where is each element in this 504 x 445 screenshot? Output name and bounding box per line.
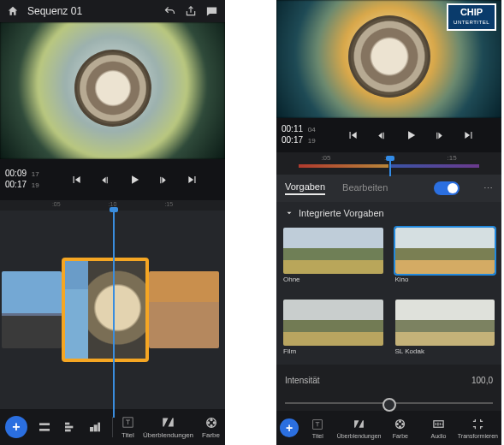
ruler-tick: :15: [448, 154, 457, 162]
transport-bar: 00:09 17 00:17 19: [0, 159, 225, 200]
titel-label: Titel: [312, 433, 323, 439]
transform-button[interactable]: Transformieren: [458, 418, 498, 439]
farbe-label: Farbe: [202, 431, 220, 439]
svg-point-16: [400, 421, 401, 423]
add-button[interactable]: +: [280, 418, 299, 437]
audio-label: Audio: [430, 433, 446, 439]
skip-start-icon[interactable]: [69, 173, 83, 187]
timecode-current: 00:11: [282, 124, 303, 134]
timecode-current: 00:09: [5, 169, 27, 178]
svg-rect-3: [65, 426, 73, 429]
titel-button[interactable]: Titel: [122, 416, 134, 439]
preset-slkodak[interactable]: SL Kodak: [395, 300, 495, 365]
skip-start-icon[interactable]: [346, 128, 359, 142]
preset-thumb: [395, 228, 495, 274]
step-fwd-icon[interactable]: [433, 128, 447, 142]
audio-icon: [432, 418, 445, 431]
uberblendungen-label: Überblendungen: [143, 431, 193, 439]
step-back-icon[interactable]: [375, 128, 388, 142]
layout-b-icon[interactable]: [62, 420, 79, 434]
preset-ohne[interactable]: Ohne: [283, 228, 383, 293]
preset-kino[interactable]: Kino: [395, 228, 495, 293]
timecode-frames-tot: 19: [305, 137, 316, 145]
svg-rect-5: [90, 427, 93, 431]
svg-point-11: [213, 422, 215, 424]
slider-knob[interactable]: [382, 398, 396, 412]
tabs: Vorgaben Bearbeiten ⋯: [276, 175, 501, 202]
intensity-value: 100,0: [471, 376, 493, 385]
chip-badge: CHIP UNTERTITEL: [447, 3, 496, 31]
transform-icon: [471, 418, 484, 431]
ruler-tick: :15: [164, 201, 173, 207]
play-icon[interactable]: [127, 173, 141, 187]
clip-span: [389, 164, 479, 168]
section-header[interactable]: Integrierte Vorgaben: [276, 202, 501, 224]
timecode-total: 00:17: [282, 135, 303, 145]
intensity-label: Intensität: [285, 376, 320, 385]
preview-planet: [74, 50, 151, 127]
color-icon: [205, 416, 218, 430]
section-title: Integrierte Vorgaben: [299, 208, 384, 218]
intensity-slider[interactable]: [285, 402, 493, 404]
svg-rect-6: [94, 424, 98, 431]
preview-player[interactable]: CHIP UNTERTITEL: [276, 0, 501, 118]
skip-end-icon[interactable]: [186, 173, 199, 187]
timecode: 00:09 17 00:17 19: [5, 169, 43, 191]
home-icon[interactable]: [7, 5, 19, 17]
clip[interactable]: [149, 271, 219, 348]
ruler[interactable]: :05 :10 :15: [276, 152, 501, 175]
uberblendungen-button[interactable]: Überblendungen: [143, 416, 193, 439]
titel-button[interactable]: Titel: [299, 418, 337, 439]
screen-right: CHIP UNTERTITEL 00:11 04 00:17 19 :05 :1…: [276, 0, 501, 445]
skip-end-icon[interactable]: [462, 128, 476, 142]
timecode-frames-cur: 17: [29, 170, 39, 178]
preset-label: Kino: [395, 276, 495, 283]
playhead[interactable]: [389, 161, 391, 176]
tab-edit[interactable]: Bearbeiten: [342, 182, 388, 194]
timecode-frames-tot: 19: [29, 181, 39, 189]
play-icon[interactable]: [404, 128, 418, 142]
svg-rect-2: [65, 423, 69, 425]
preset-label: Ohne: [283, 276, 383, 283]
chip-sub: UNTERTITEL: [454, 17, 489, 27]
layout-a-icon[interactable]: [36, 420, 53, 434]
comment-icon[interactable]: [205, 5, 218, 18]
preset-film[interactable]: Film: [283, 300, 383, 365]
step-back-icon[interactable]: [98, 173, 112, 187]
svg-rect-7: [98, 423, 101, 432]
layout-c-icon[interactable]: [86, 420, 104, 434]
farbe-label: Farbe: [393, 433, 408, 439]
more-icon[interactable]: ⋯: [483, 183, 493, 194]
farbe-button[interactable]: Farbe: [381, 418, 419, 439]
tab-presets[interactable]: Vorgaben: [285, 181, 325, 195]
farbe-button[interactable]: Farbe: [202, 416, 220, 439]
title-icon: [122, 416, 134, 430]
step-fwd-icon[interactable]: [157, 173, 170, 187]
clip[interactable]: [2, 271, 62, 348]
ruler-tick: :05: [52, 201, 61, 207]
timeline[interactable]: [0, 211, 225, 409]
svg-point-17: [402, 424, 404, 425]
bottom-toolbar: + Titel Überblendungen Farbe Audio Trans…: [276, 411, 501, 445]
svg-rect-4: [65, 430, 71, 432]
playhead[interactable]: [113, 211, 115, 418]
timecode: 00:11 04 00:17 19: [282, 124, 319, 146]
effect-toggle[interactable]: [434, 181, 460, 195]
audio-button[interactable]: Audio: [419, 418, 458, 439]
transport-bar: 00:11 04 00:17 19: [276, 118, 501, 152]
svg-point-18: [400, 426, 401, 428]
preset-grid: Ohne Kino Film SL Kodak: [276, 224, 501, 365]
add-button[interactable]: +: [5, 416, 27, 438]
svg-rect-0: [39, 423, 50, 425]
clip-selected[interactable]: [63, 259, 147, 360]
undo-icon[interactable]: [163, 5, 176, 18]
preview-player[interactable]: [0, 22, 225, 159]
clip-span: [299, 164, 388, 168]
share-icon[interactable]: [185, 5, 197, 17]
svg-rect-1: [39, 429, 50, 431]
svg-point-10: [210, 418, 212, 420]
transitions-icon: [161, 416, 175, 430]
uberblendungen-button[interactable]: Überblendungen: [337, 418, 382, 439]
screen-left: Sequenz 01 00:09 17 00:17 19 :05 :10 :1: [0, 0, 225, 445]
preset-thumb: [283, 228, 383, 274]
